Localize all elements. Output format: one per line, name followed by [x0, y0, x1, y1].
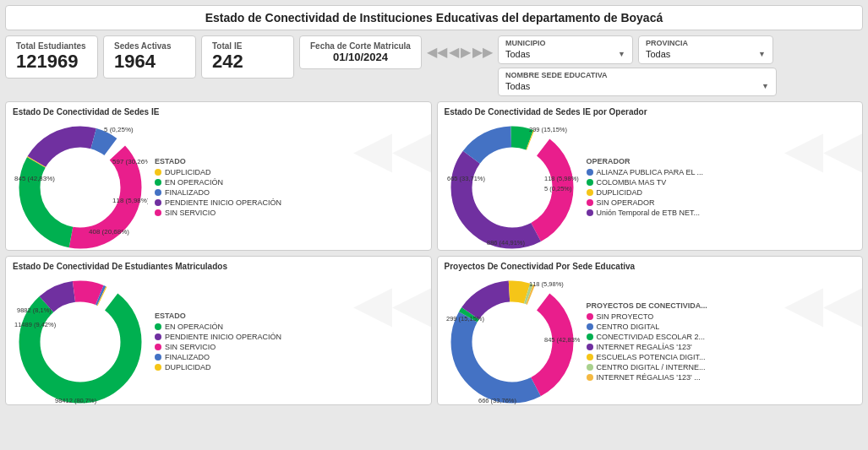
chart3-title: Estado De Conectividad De Estudiantes Ma… — [13, 262, 424, 271]
legend-label: DUPLICIDAD — [165, 363, 211, 371]
nav-arrows-left: ◀◀ ◀ ▶ ▶▶ — [427, 35, 493, 60]
legend-label: CONECTIVIDAD ESCOLAR 2... — [597, 333, 706, 341]
right-arrow-icon[interactable]: ▶▶ — [472, 44, 493, 60]
legend-label: INTERNET RÉGALIAS '123' ... — [597, 373, 701, 382]
chart-sedes-ie: Estado De Conectividad de Sedes IE — [5, 101, 432, 251]
legend-item: INTERNET RÉGALIAS '123' ... — [587, 373, 707, 382]
legend-label: INTERNET REGALÍAS '123' — [597, 343, 692, 351]
dot-icon — [587, 189, 593, 196]
lbl: 666 (33,76%) — [478, 397, 517, 404]
legend-item: PENDIENTE INICIO OPERACIÓN — [155, 333, 281, 341]
stat-label: Sedes Activas — [114, 41, 185, 51]
legend-item: SIN PROYECTO — [587, 312, 707, 321]
legend-label: FINALIZADO — [165, 188, 210, 197]
stat-sedes-activas: Sedes Activas 1964 — [103, 35, 196, 79]
legend-label: FINALIZADO — [165, 353, 210, 361]
municipio-filter[interactable]: MUNICIPIO Todas ▼ — [498, 35, 633, 64]
chart1-title: Estado De Conectividad de Sedes IE — [13, 107, 424, 117]
legend-label: ALIANZA PUBLICA PARA EL ... — [597, 168, 704, 176]
dot-icon — [587, 323, 593, 330]
chart1-center — [55, 162, 106, 213]
municipio-select[interactable]: Todas ▼ — [505, 47, 625, 61]
dot-icon — [587, 364, 593, 371]
page-title: Estado de Conectividad de Instituciones … — [5, 5, 863, 30]
legend-item: FINALIZADO — [155, 353, 281, 361]
dot-icon — [155, 179, 161, 186]
legend-label: ESCUELAS POTENCIA DIGIT... — [597, 353, 706, 361]
nombre-sede-select[interactable]: Todas ▼ — [505, 79, 769, 93]
stat-label: Total Estudiantes — [16, 41, 87, 51]
chart-proyectos: Proyectos De Conectividad Por Sede Educa… — [437, 256, 864, 405]
chart1-legend: ESTADO DUPLICIDAD EN OPERACIÓN FINALIZAD… — [155, 157, 281, 219]
left-single-arrow-icon[interactable]: ◀ — [449, 44, 459, 60]
legend-label: SIN SERVICIO — [165, 209, 216, 217]
lbl: 98412 (80,7%) — [55, 397, 97, 404]
legend-item: DUPLICIDAD — [587, 188, 704, 197]
legend-label: PENDIENTE INICIO OPERACIÓN — [165, 333, 281, 341]
chart3-content: 9882 (8,1%) 11489 (9,42%) 98412 (80,7%) … — [13, 274, 424, 405]
chart3-svg: 9882 (8,1%) 11489 (9,42%) 98412 (80,7%) — [13, 274, 148, 405]
chart4-legend-title: PROYECTOS DE CONECTIVIDA... — [587, 301, 707, 310]
filter-row-1: MUNICIPIO Todas ▼ PROVINCIA Todas ▼ — [498, 35, 863, 64]
legend-item: PENDIENTE INICIO OPERACIÓN — [155, 198, 281, 207]
legend-label: CENTRO DIGITAL / INTERNE... — [597, 363, 706, 371]
stat-label: Total IE — [212, 41, 283, 51]
filter-row-2: NOMBRE SEDE EDUCATIVA Todas ▼ — [498, 68, 863, 96]
dot-icon — [155, 199, 161, 206]
lbl: 845 (42,83%) — [544, 336, 580, 344]
filters-panel: MUNICIPIO Todas ▼ PROVINCIA Todas ▼ NO — [498, 35, 863, 96]
chart2-svg: 299 (15,15%) 118 (5,98%) 5 (0,25%) 665 (… — [445, 120, 580, 251]
chart2-content: 299 (15,15%) 118 (5,98%) 5 (0,25%) 665 (… — [445, 120, 856, 251]
chart1-label-pend: 408 (20,68%) — [89, 228, 129, 236]
dot-icon — [587, 179, 593, 186]
lbl: 118 (5,98%) — [544, 175, 579, 182]
provincia-value: Todas — [646, 49, 670, 59]
dot-icon — [155, 333, 161, 340]
stat-value: 242 — [212, 51, 283, 73]
date-card: Fecha de Corte Matricula 01/10/2024 — [299, 35, 422, 69]
lbl: 118 (5,98%) — [529, 280, 564, 288]
chart4-title: Proyectos De Conectividad Por Sede Educa… — [445, 262, 856, 271]
legend-label: Unión Temporal de ETB NET... — [597, 209, 700, 217]
chart2-center — [487, 162, 538, 213]
top-row: Total Estudiantes 121969 Sedes Activas 1… — [5, 35, 863, 96]
dot-icon — [587, 333, 593, 340]
dot-icon — [587, 374, 593, 381]
chart4-content: 118 (5,98%) 845 (42,83%) 666 (33,76%) 29… — [445, 274, 856, 405]
legend-label: CENTRO DIGITAL — [597, 323, 660, 331]
nombre-sede-filter[interactable]: NOMBRE SEDE EDUCATIVA Todas ▼ — [498, 68, 777, 96]
dot-icon — [155, 364, 161, 371]
chart-estudiantes: Estado De Conectividad De Estudiantes Ma… — [5, 256, 432, 405]
municipio-value: Todas — [505, 49, 530, 59]
chart2-legend: OPERADOR ALIANZA PUBLICA PARA EL ... COL… — [587, 157, 704, 219]
chart1-label-fin: 118 (5,98%) — [112, 197, 148, 204]
chart3-donut: 9882 (8,1%) 11489 (9,42%) 98412 (80,7%) — [13, 274, 148, 405]
chart3-legend: ESTADO EN OPERACIÓN PENDIENTE INICIO OPE… — [155, 312, 281, 373]
right-single-arrow-icon[interactable]: ▶ — [461, 44, 471, 60]
chart-sedes-operador: Estado De Conectividad de Sedes IE por O… — [437, 101, 864, 251]
date-label: Fecha de Corte Matricula — [310, 41, 411, 51]
lbl: 299 (15,15%) — [529, 126, 568, 133]
dot-icon — [155, 189, 161, 196]
stat-value: 121969 — [16, 51, 87, 73]
legend-label: SIN OPERADOR — [597, 198, 655, 207]
chart4-center — [487, 317, 538, 367]
legend-item: DUPLICIDAD — [155, 168, 281, 176]
nombre-sede-value: Todas — [505, 81, 530, 91]
lbl: 11489 (9,42%) — [14, 321, 57, 328]
legend-label: DUPLICIDAD — [597, 188, 643, 197]
left-arrow-icon[interactable]: ◀◀ — [427, 44, 447, 60]
chart1-legend-title: ESTADO — [155, 157, 281, 165]
stat-total-ie: Total IE 242 — [201, 35, 294, 79]
municipio-chevron-icon: ▼ — [618, 50, 625, 58]
chart4-legend: PROYECTOS DE CONECTIVIDA... SIN PROYECTO… — [587, 301, 707, 383]
provincia-select[interactable]: Todas ▼ — [646, 47, 766, 61]
dot-icon — [587, 354, 593, 361]
legend-label: DUPLICIDAD — [165, 168, 211, 176]
dot-icon — [155, 354, 161, 361]
date-value: 01/10/2024 — [310, 51, 411, 63]
provincia-filter[interactable]: PROVINCIA Todas ▼ — [638, 35, 773, 64]
legend-item: Unión Temporal de ETB NET... — [587, 209, 704, 217]
dot-icon — [155, 169, 161, 176]
nombre-sede-chevron-icon: ▼ — [762, 82, 769, 90]
